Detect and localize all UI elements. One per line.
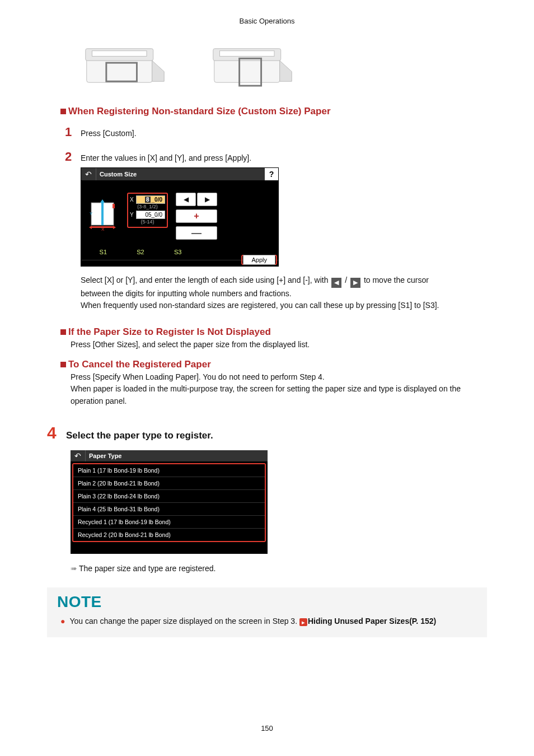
xy-diagram: Y X — [88, 196, 119, 231]
step1-number: 1 — [65, 125, 81, 139]
preset-s3-button[interactable]: S3 — [174, 249, 181, 255]
svg-text:Y: Y — [90, 211, 93, 216]
step2-number: 2 — [65, 150, 81, 164]
x-label: X — [130, 197, 134, 203]
y-value-input[interactable]: 05_0/0 — [136, 211, 165, 219]
y-label: Y — [130, 212, 134, 218]
x-value-input[interactable]: 88_0/0_0/0 — [136, 195, 165, 204]
screen2-title: Paper Type — [86, 452, 122, 459]
note-text: You can change the paper size displayed … — [69, 615, 436, 627]
result-arrow-icon: ➠ — [71, 564, 77, 573]
printer-illustrations — [81, 44, 487, 88]
x-range: (3-8_1/2) — [130, 204, 165, 209]
screen1-title: Custom Size — [96, 171, 265, 178]
y-range: (5-14) — [130, 219, 165, 225]
svg-rect-2 — [92, 51, 147, 57]
minus-button[interactable]: — — [176, 226, 217, 240]
apply-button[interactable]: Apply — [243, 255, 275, 265]
paper-type-item[interactable]: Plain 4 (25 lb Bond-31 lb Bond) — [73, 503, 265, 516]
step4-number: 4 — [47, 423, 66, 442]
paper-type-item[interactable]: Recycled 1 (17 lb Bond-19 lb Bond) — [73, 516, 265, 529]
custom-size-heading-text: When Registering Non-standard Size (Cust… — [68, 106, 331, 116]
step1-text: Press [Custom]. — [81, 128, 137, 139]
preset-s1-button[interactable]: S1 — [100, 249, 107, 255]
svg-rect-9 — [101, 203, 104, 225]
paper-type-item[interactable]: Plain 3 (22 lb Bond-24 lb Bond) — [73, 490, 265, 503]
back-icon[interactable]: ↶ — [81, 168, 96, 180]
paper-type-item[interactable]: Recycled 2 (20 lb Bond-21 lb Bond) — [73, 529, 265, 541]
bullet-icon — [60, 109, 66, 114]
not-displayed-heading-text: If the Paper Size to Register Is Not Dis… — [68, 326, 271, 337]
custom-size-heading: When Registering Non-standard Size (Cust… — [60, 106, 487, 117]
bullet-icon: ● — [60, 615, 65, 627]
left-arrow-icon: ◀ — [331, 278, 341, 288]
paper-type-list-highlight: Plain 1 (17 lb Bond-19 lb Bond) Plain 2 … — [72, 463, 266, 542]
note-heading: NOTE — [57, 593, 477, 611]
printer-tray-short-illustration — [81, 44, 169, 88]
bullet-icon — [60, 362, 66, 367]
page-number: 150 — [0, 724, 534, 732]
custom-size-screen: ↶ Custom Size ? Y X — [81, 167, 279, 267]
apply-highlight: Apply — [241, 255, 277, 265]
note-box: NOTE ● You can change the paper size dis… — [47, 587, 487, 637]
explain-cursor: Select [X] or [Y], and enter the length … — [81, 274, 487, 312]
paper-type-item[interactable]: Plain 2 (20 lb Bond-21 lb Bond) — [73, 477, 265, 490]
back-icon[interactable]: ↶ — [71, 450, 86, 461]
link-icon: ▸ — [299, 618, 307, 626]
right-arrow-icon: ▶ — [350, 278, 360, 288]
preset-s2-button[interactable]: S2 — [137, 249, 144, 255]
step2-text: Enter the values in [X] and [Y], and pre… — [81, 153, 251, 164]
svg-text:X: X — [101, 227, 105, 231]
not-displayed-heading: If the Paper Size to Register Is Not Dis… — [60, 326, 487, 338]
cancel-heading-text: To Cancel the Registered Paper — [68, 359, 211, 370]
result-line: ➠The paper size and type are registered. — [71, 564, 487, 573]
cursor-left-button[interactable]: ◀ — [176, 193, 196, 206]
bullet-icon — [60, 329, 66, 335]
page-header: Basic Operations — [47, 17, 487, 25]
step4-text: Select the paper type to register. — [66, 430, 213, 441]
paper-type-screen: ↶ Paper Type Plain 1 (17 lb Bond-19 lb B… — [71, 450, 268, 554]
plus-button[interactable]: + — [176, 209, 217, 223]
help-icon[interactable]: ? — [265, 168, 278, 180]
svg-rect-13 — [113, 204, 115, 208]
cursor-right-button[interactable]: ▶ — [197, 193, 217, 206]
cancel-heading: To Cancel the Registered Paper — [60, 359, 487, 370]
svg-rect-6 — [220, 51, 275, 57]
paper-type-item[interactable]: Plain 1 (17 lb Bond-19 lb Bond) — [73, 464, 265, 477]
printer-tray-tall-illustration — [208, 44, 297, 88]
hiding-unused-paper-sizes-link[interactable]: Hiding Unused Paper Sizes(P. 152) — [308, 617, 436, 626]
cancel-text: Press [Specify When Loading Paper]. You … — [71, 371, 487, 408]
xy-fields-highlight: X 88_0/0_0/0 (3-8_1/2) Y 05_0/0 (5-14) — [127, 193, 168, 228]
not-displayed-text: Press [Other Sizes], and select the pape… — [71, 339, 487, 351]
